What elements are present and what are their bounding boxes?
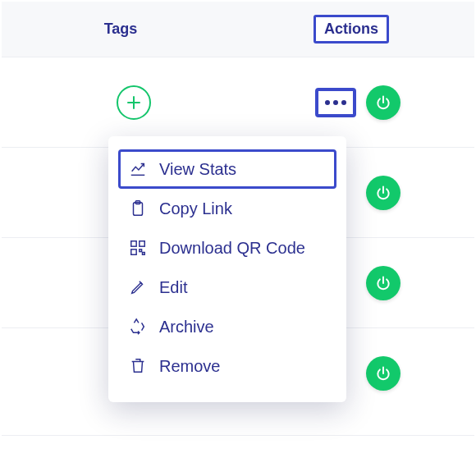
table-header: Tags Actions: [2, 2, 474, 57]
menu-item-label: Archive: [159, 318, 214, 337]
power-icon: [375, 365, 391, 382]
table-row: [2, 57, 474, 148]
toggle-active-button[interactable]: [366, 85, 400, 120]
dots-icon: [325, 100, 330, 105]
menu-item-label: Edit: [159, 278, 187, 297]
recycle-icon: [128, 317, 148, 337]
menu-item-remove[interactable]: Remove: [118, 346, 336, 386]
pencil-icon: [128, 277, 148, 297]
menu-item-label: Download QR Code: [159, 239, 305, 258]
stats-icon: [128, 159, 148, 179]
menu-item-edit[interactable]: Edit: [118, 268, 336, 307]
toggle-active-button[interactable]: [366, 176, 400, 210]
toggle-active-button[interactable]: [366, 356, 400, 391]
svg-rect-5: [140, 250, 142, 252]
plus-icon: [127, 96, 140, 109]
qr-icon: [128, 238, 148, 258]
menu-item-label: View Stats: [159, 160, 236, 179]
column-header-actions: Actions: [314, 15, 389, 43]
menu-item-download-qr[interactable]: Download QR Code: [118, 228, 336, 268]
menu-item-label: Copy Link: [159, 199, 232, 218]
menu-item-archive[interactable]: Archive: [118, 307, 336, 346]
actions-menu: View Stats Copy Link Download QR Code Ed…: [108, 136, 346, 402]
power-icon: [375, 185, 391, 201]
add-tag-button[interactable]: [117, 85, 151, 120]
trash-icon: [128, 356, 148, 376]
svg-rect-4: [131, 250, 136, 254]
more-actions-button[interactable]: [315, 88, 356, 117]
power-icon: [375, 275, 391, 291]
toggle-active-button[interactable]: [366, 266, 400, 300]
power-icon: [375, 94, 391, 111]
menu-item-view-stats[interactable]: View Stats: [118, 149, 336, 189]
svg-rect-2: [131, 241, 136, 246]
clipboard-icon: [128, 199, 148, 218]
svg-rect-6: [143, 253, 145, 255]
column-header-tags: Tags: [2, 21, 240, 38]
menu-item-copy-link[interactable]: Copy Link: [118, 189, 336, 228]
menu-item-label: Remove: [159, 357, 220, 376]
svg-rect-3: [140, 241, 144, 246]
